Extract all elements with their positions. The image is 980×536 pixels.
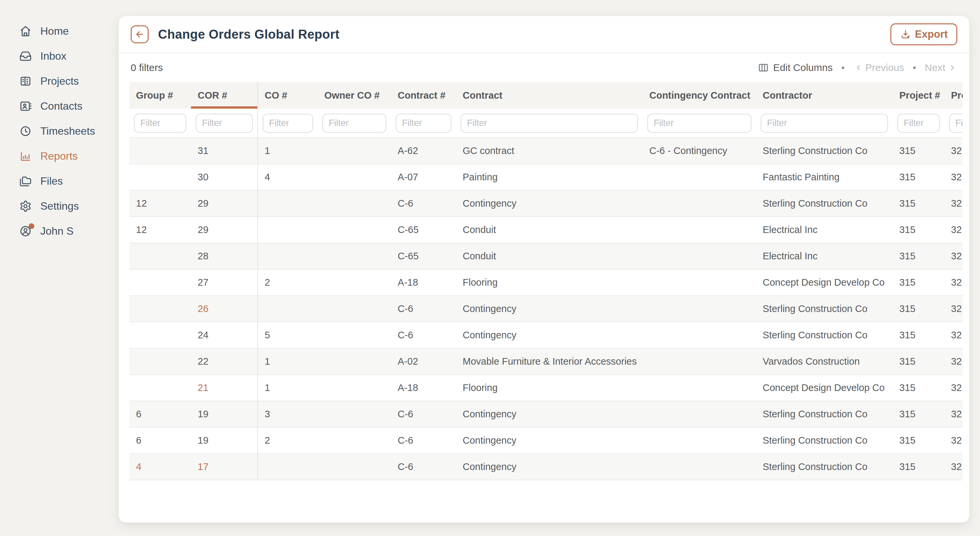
- cell-co: [258, 190, 318, 217]
- sidebar-item-label: Timesheets: [40, 125, 95, 137]
- edit-columns-label: Edit Columns: [773, 62, 833, 73]
- back-button[interactable]: [130, 25, 149, 43]
- contacts-icon: [19, 100, 32, 112]
- table-row[interactable]: 211A-18FlooringConcept Design Develop Co…: [129, 375, 963, 401]
- column-header-project_truncated[interactable]: Pro: [944, 82, 963, 109]
- cell-owner_co: [318, 217, 391, 243]
- cell-cor: 29: [191, 217, 258, 243]
- filter-input-project_no[interactable]: [897, 114, 940, 133]
- sidebar-item-projects[interactable]: Projects: [0, 69, 119, 94]
- cell-contract: Movable Furniture & Interior Accessories: [456, 348, 643, 375]
- sidebar-item-label: Reports: [40, 150, 78, 162]
- sidebar-item-home[interactable]: Home: [0, 19, 119, 44]
- sidebar-item-settings[interactable]: Settings: [0, 194, 119, 219]
- filter-input-owner_co[interactable]: [322, 114, 387, 133]
- column-header-owner_co[interactable]: Owner CO #: [318, 82, 391, 109]
- sidebar-item-user[interactable]: John S: [0, 219, 119, 244]
- sidebar-item-contacts[interactable]: Contacts: [0, 94, 119, 119]
- column-header-cor[interactable]: COR #: [191, 82, 258, 109]
- export-button-label: Export: [915, 28, 948, 40]
- filter-input-contract_no[interactable]: [396, 114, 451, 133]
- cell-group: [129, 243, 191, 269]
- cell-cor: 22: [191, 348, 258, 375]
- filter-input-project_truncated[interactable]: [949, 114, 963, 133]
- filter-input-contingency_contract[interactable]: [648, 114, 751, 133]
- table-row[interactable]: 28C-65ConduitElectrical Inc31532: [129, 243, 963, 269]
- cell-link-cor[interactable]: 21: [191, 375, 258, 401]
- table-row[interactable]: 221A-02Movable Furniture & Interior Acce…: [129, 348, 963, 375]
- filter-input-co[interactable]: [262, 114, 313, 133]
- cell-owner_co: [318, 269, 391, 296]
- cell-contractor: Concept Design Develop Co: [756, 269, 892, 296]
- projects-icon: [19, 75, 32, 87]
- table-row[interactable]: 311A-62GC contractC-6 - ContingencySterl…: [129, 138, 963, 164]
- cell-project_truncated: 32: [944, 243, 963, 269]
- cell-link-cor[interactable]: 26: [191, 296, 258, 322]
- report-card: Change Orders Global Report Export 0 fil…: [119, 16, 969, 523]
- cell-co: 4: [258, 164, 318, 190]
- cell-project_truncated: 32: [944, 322, 963, 348]
- cell-project_truncated: 32: [944, 269, 963, 296]
- filter-cell-project_no: [892, 109, 944, 138]
- cell-owner_co: [318, 243, 391, 269]
- export-button[interactable]: Export: [890, 23, 957, 45]
- cell-project_no: 315: [892, 322, 944, 348]
- cell-co: 2: [258, 269, 318, 296]
- table-row[interactable]: 26C-6ContingencySterling Construction Co…: [129, 296, 963, 322]
- table-row[interactable]: 6192C-6ContingencySterling Construction …: [129, 427, 963, 454]
- column-header-contingency_contract[interactable]: Contingency Contract: [643, 82, 756, 109]
- table-row[interactable]: 1229C-6ContingencySterling Construction …: [129, 190, 963, 217]
- filter-input-group[interactable]: [134, 114, 186, 133]
- cell-co: 1: [258, 348, 318, 375]
- cell-owner_co: [318, 190, 391, 217]
- cell-contract_no: C-6: [391, 322, 456, 348]
- table-row[interactable]: 245C-6ContingencySterling Construction C…: [129, 322, 963, 348]
- filter-cell-co: [258, 109, 318, 138]
- next-button[interactable]: Next: [925, 62, 957, 73]
- sidebar-item-label: Projects: [40, 75, 79, 87]
- cell-contractor: Electrical Inc: [756, 217, 892, 243]
- cell-link-group[interactable]: 4: [129, 454, 191, 480]
- table-row[interactable]: 272A-18FlooringConcept Design Develop Co…: [129, 269, 963, 296]
- filter-input-contract[interactable]: [461, 114, 638, 133]
- filter-input-contractor[interactable]: [760, 114, 888, 133]
- cell-group: [129, 138, 191, 164]
- cell-cor: 27: [191, 269, 258, 296]
- cell-contractor: Varvados Construction: [756, 348, 892, 375]
- column-header-contract_no[interactable]: Contract #: [391, 82, 456, 109]
- previous-button[interactable]: Previous: [853, 62, 904, 73]
- column-header-contractor[interactable]: Contractor: [756, 82, 892, 109]
- gear-icon: [19, 200, 32, 212]
- home-icon: [19, 25, 32, 37]
- sidebar-item-reports[interactable]: Reports: [0, 144, 119, 169]
- column-header-co[interactable]: CO #: [258, 82, 318, 109]
- cell-contingency_contract: [643, 190, 756, 217]
- column-header-group[interactable]: Group #: [129, 82, 191, 109]
- sidebar-item-timesheets[interactable]: Timesheets: [0, 119, 119, 144]
- cell-project_truncated: 32: [944, 138, 963, 164]
- files-icon: [19, 175, 32, 187]
- user-icon: [19, 225, 32, 237]
- cell-cor: 19: [191, 401, 258, 427]
- column-header-contract[interactable]: Contract: [456, 82, 643, 109]
- cell-co: [258, 217, 318, 243]
- sidebar-item-inbox[interactable]: Inbox: [0, 44, 119, 69]
- table-row[interactable]: 6193C-6ContingencySterling Construction …: [129, 401, 963, 427]
- cell-contingency_contract: [643, 427, 756, 454]
- previous-label: Previous: [865, 62, 904, 73]
- table-row[interactable]: 304A-07PaintingFantastic Painting31532: [129, 164, 963, 190]
- cell-link-cor[interactable]: 17: [191, 454, 258, 480]
- reports-icon: [19, 150, 32, 162]
- table-row[interactable]: 417C-6ContingencySterling Construction C…: [129, 454, 963, 480]
- sidebar-item-files[interactable]: Files: [0, 169, 119, 194]
- column-header-project_no[interactable]: Project #: [892, 82, 944, 109]
- cell-contingency_contract: [643, 269, 756, 296]
- filter-input-cor[interactable]: [196, 114, 253, 133]
- next-label: Next: [925, 62, 945, 73]
- sidebar-item-label: Inbox: [40, 50, 66, 62]
- edit-columns-button[interactable]: Edit Columns: [758, 62, 833, 73]
- table-row[interactable]: 1229C-65ConduitElectrical Inc31532: [129, 217, 963, 243]
- cell-project_no: 315: [892, 375, 944, 401]
- cell-owner_co: [318, 138, 391, 164]
- cell-owner_co: [318, 296, 391, 322]
